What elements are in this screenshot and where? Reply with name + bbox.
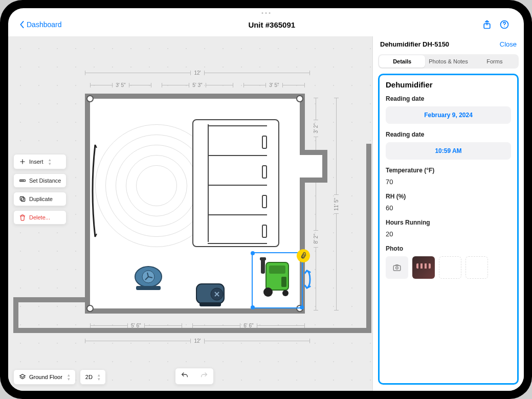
label-reading-time: Reading date — [386, 131, 511, 138]
duplicate-button[interactable]: Duplicate — [13, 192, 66, 206]
chevron-updown-icon: ▴▾ — [98, 373, 100, 381]
tab-photos-notes[interactable]: Photos & Notes — [425, 55, 471, 68]
svg-rect-16 — [260, 257, 266, 260]
duplicate-label: Duplicate — [29, 196, 53, 202]
rotate-handle[interactable] — [304, 268, 314, 293]
air-scrubber-object[interactable] — [192, 278, 228, 308]
svg-point-20 — [396, 267, 398, 270]
label-temperature: Temperature (°F) — [386, 167, 511, 174]
wall-node[interactable] — [86, 305, 94, 312]
add-photo-button[interactable] — [386, 256, 408, 279]
multitask-dots — [262, 12, 271, 14]
tab-forms[interactable]: Forms — [472, 55, 518, 68]
svg-point-18 — [282, 290, 289, 296]
panel-title: Dehumidifier DH-5150 — [380, 40, 449, 48]
share-icon[interactable] — [482, 19, 492, 30]
reading-time-value[interactable]: 10:59 AM — [386, 142, 511, 160]
chevron-updown-icon: ▴▾ — [49, 158, 51, 166]
wall-node[interactable] — [296, 95, 303, 102]
svg-rect-19 — [393, 265, 401, 271]
device-frame: Dashboard Unit #365091 Insert ▴▾ — [0, 0, 532, 399]
set-distance-label: Set Distance — [29, 178, 61, 184]
svg-rect-14 — [281, 277, 286, 287]
topbar-actions — [482, 19, 513, 30]
resize-handle[interactable] — [251, 251, 255, 255]
undo-redo-controls — [175, 368, 214, 385]
room — [85, 94, 305, 314]
panel-body: Dehumidifier Reading date February 9, 20… — [378, 74, 519, 385]
dimension-right-total: 11' 5" — [334, 98, 339, 311]
label-reading-date: Reading date — [386, 95, 511, 102]
tab-details[interactable]: Details — [379, 55, 425, 68]
left-toolbar: Insert ▴▾ Set Distance Duplicate Delete.… — [13, 154, 66, 225]
svg-rect-15 — [261, 258, 265, 274]
temperature-value[interactable]: 70 — [386, 178, 511, 186]
help-icon[interactable] — [499, 19, 509, 30]
field-reading-time: Reading date 10:59 AM — [386, 131, 511, 160]
chevron-updown-icon: ▴▾ — [68, 373, 70, 381]
svg-point-2 — [504, 27, 504, 27]
photo-slot-empty[interactable] — [465, 256, 488, 279]
svg-rect-13 — [269, 265, 285, 274]
dimension-bottom-b: 6' 6" — [192, 323, 305, 328]
section-title: Dehumidifier — [386, 80, 511, 89]
dehumidifier-object[interactable] — [259, 257, 295, 298]
redo-button — [195, 368, 213, 384]
label-rh: RH (%) — [386, 193, 511, 200]
photo-slot-empty[interactable] — [439, 256, 461, 279]
floorplan-canvas[interactable]: Insert ▴▾ Set Distance Duplicate Delete.… — [8, 36, 373, 391]
insert-label: Insert — [29, 159, 43, 165]
rh-value[interactable]: 60 — [386, 204, 511, 212]
set-distance-button[interactable]: Set Distance — [13, 173, 66, 188]
back-label: Dashboard — [27, 20, 62, 29]
dimension-top-c: 3' 5" — [243, 82, 305, 88]
topbar: Dashboard Unit #365091 — [8, 19, 524, 30]
insert-button[interactable]: Insert ▴▾ — [13, 154, 66, 169]
panel-header: Dehumidifier DH-5150 Close — [373, 36, 524, 51]
floor-selector[interactable]: Ground Floor ▴▾ — [13, 369, 76, 385]
resize-handle[interactable] — [251, 305, 255, 309]
undo-button[interactable] — [175, 368, 194, 384]
svg-rect-5 — [21, 198, 25, 202]
dimension-top-b: 5' 3" — [162, 82, 233, 88]
wall-segment — [13, 328, 371, 333]
svg-point-17 — [263, 287, 273, 297]
view-mode-selector[interactable]: 2D ▴▾ — [80, 369, 106, 385]
svg-rect-8 — [136, 286, 161, 290]
svg-rect-11 — [199, 302, 221, 306]
screen: Dashboard Unit #365091 Insert ▴▾ — [8, 8, 524, 391]
tv-object[interactable] — [89, 140, 97, 242]
field-hours: Hours Running 20 — [386, 219, 511, 238]
label-photo: Photo — [386, 245, 511, 252]
reading-date-value[interactable]: February 9, 2024 — [386, 106, 511, 124]
page-title: Unit #365091 — [248, 20, 295, 29]
dimension-bottom-total: 12' — [85, 338, 310, 344]
dimension-bottom-a: 5' 6" — [90, 323, 182, 328]
resize-handle[interactable] — [300, 305, 304, 309]
sofa-object[interactable] — [192, 119, 279, 247]
floor-plan: 12' 3' 5" 5' 3" 3' 5" 3' 2" 8' 2" 11' 5"… — [59, 67, 325, 328]
field-temperature: Temperature (°F) 70 — [386, 167, 511, 186]
svg-rect-4 — [20, 196, 24, 200]
delete-button[interactable]: Delete... — [13, 210, 66, 225]
details-panel: Dehumidifier DH-5150 Close Details Photo… — [373, 36, 524, 391]
bottom-left-controls: Ground Floor ▴▾ 2D ▴▾ — [13, 369, 106, 385]
photo-thumbnail[interactable] — [412, 256, 435, 279]
field-rh: RH (%) 60 — [386, 193, 511, 212]
wall-segment — [13, 297, 85, 302]
dimension-top-a: 3' 5" — [90, 82, 151, 88]
air-mover-object[interactable] — [131, 262, 167, 293]
hours-value[interactable]: 20 — [386, 230, 511, 238]
floor-label: Ground Floor — [29, 374, 62, 380]
photo-row — [386, 256, 511, 279]
view-mode-label: 2D — [85, 374, 93, 380]
field-photo: Photo — [386, 245, 511, 279]
field-reading-date: Reading date February 9, 2024 — [386, 95, 511, 124]
detail-tabs: Details Photos & Notes Forms — [378, 54, 519, 69]
wall-node[interactable] — [86, 95, 94, 102]
label-hours: Hours Running — [386, 219, 511, 226]
back-button[interactable]: Dashboard — [19, 20, 62, 29]
close-button[interactable]: Close — [500, 40, 517, 48]
delete-label: Delete... — [29, 214, 50, 220]
wall-segment — [366, 144, 371, 333]
